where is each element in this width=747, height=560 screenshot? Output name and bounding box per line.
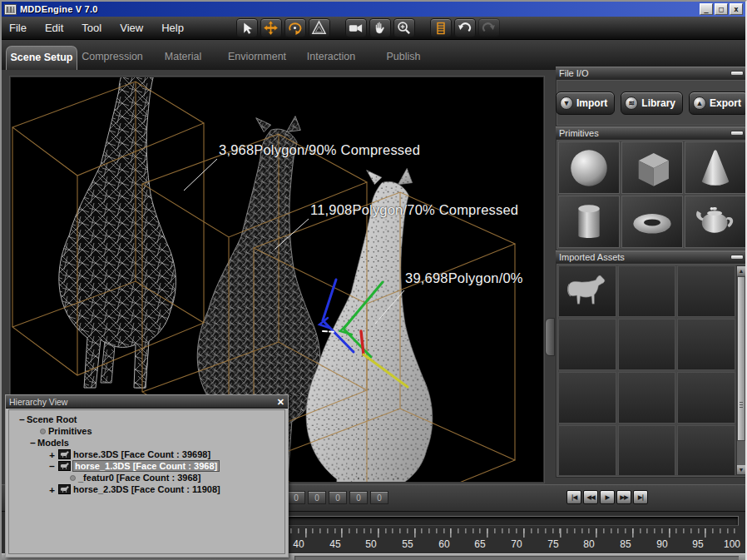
rotate-tool-button[interactable]: [284, 18, 306, 37]
collapse-primitives-button[interactable]: [730, 131, 744, 136]
asset-empty-cell[interactable]: [558, 319, 616, 370]
rewind-button[interactable]: ◀◀: [583, 490, 598, 504]
tree-node-scene-root[interactable]: − Scene Root: [11, 414, 283, 425]
expand-glyph[interactable]: +: [47, 449, 57, 460]
hierarchy-title: Hierarchy View: [9, 397, 67, 407]
tab-interaction[interactable]: Interaction: [299, 46, 363, 70]
maximize-button[interactable]: □: [715, 3, 728, 15]
asset-empty-cell[interactable]: [558, 425, 616, 475]
frame-value-box: 0: [329, 491, 347, 504]
asset-empty-cell[interactable]: [677, 372, 735, 424]
play-button[interactable]: ▶: [600, 490, 615, 504]
asset-empty-cell[interactable]: [677, 265, 735, 317]
scale-tool-button[interactable]: [309, 18, 330, 37]
select-tool-button[interactable]: [236, 18, 258, 37]
tree-label: Models: [37, 438, 69, 448]
tree-node-horse-1-3ds[interactable]: − horse_1.3DS [Face Count : 3968]: [11, 460, 283, 472]
asset-empty-cell[interactable]: [618, 425, 676, 475]
tab-publish[interactable]: Publish: [376, 46, 431, 70]
asset-empty-cell[interactable]: [558, 372, 616, 424]
tab-material[interactable]: Material: [156, 46, 210, 70]
go-to-end-button[interactable]: ▶|: [633, 490, 648, 504]
cylinder-icon: [564, 198, 614, 246]
frame-value-box: 0: [370, 491, 388, 504]
zoom-tool-button[interactable]: [393, 18, 415, 37]
horse-model-90-compressed[interactable]: [59, 77, 176, 388]
tree-label: _featur0 [Face Count : 3968]: [78, 473, 200, 483]
primitive-cube[interactable]: [621, 141, 683, 194]
zoom-magnifier-icon: [396, 20, 412, 36]
collapse-file-io-button[interactable]: [730, 71, 744, 76]
minimize-button[interactable]: _: [700, 3, 713, 15]
primitive-cone[interactable]: [685, 141, 746, 194]
collapse-imported-assets-button[interactable]: [730, 255, 744, 260]
scrollbar-thumb[interactable]: [737, 276, 745, 441]
primitive-sphere[interactable]: [558, 141, 620, 194]
primitive-cylinder[interactable]: [558, 196, 620, 248]
primitive-teapot[interactable]: [685, 196, 746, 248]
timeline-label: 60: [438, 538, 449, 550]
primitive-torus[interactable]: [621, 196, 683, 248]
timeline-label: 55: [402, 538, 413, 550]
frame-value-box: 0: [287, 491, 305, 504]
timeline-label: 70: [511, 538, 522, 550]
timeline-label: 75: [547, 538, 558, 550]
menu-view[interactable]: View: [111, 22, 152, 34]
tab-environment[interactable]: Enviornment: [223, 46, 291, 70]
tab-scene-setup[interactable]: Scene Setup: [6, 46, 77, 70]
undo-button[interactable]: [454, 18, 476, 37]
go-to-start-button[interactable]: |◀: [566, 490, 581, 504]
tree-node-models[interactable]: − Models: [11, 437, 283, 448]
import-button[interactable]: ▼ Import: [556, 92, 615, 115]
close-button[interactable]: x: [730, 3, 743, 15]
tree-label: Primitives: [48, 426, 92, 436]
asset-empty-cell[interactable]: [618, 319, 676, 370]
redo-button[interactable]: [478, 18, 500, 37]
status-field: [294, 556, 739, 560]
asset-empty-cell[interactable]: [677, 425, 735, 475]
export-button[interactable]: ▲ Export: [689, 92, 747, 115]
fast-forward-button[interactable]: ▶▶: [616, 490, 631, 504]
pan-tool-button[interactable]: [369, 18, 391, 37]
menu-help[interactable]: Help: [152, 22, 193, 34]
menu-tool[interactable]: Tool: [72, 22, 111, 34]
collapse-glyph[interactable]: −: [47, 461, 57, 472]
tree-node-horse-3ds[interactable]: + horse.3DS [Face Count : 39698]: [11, 448, 283, 460]
camera-tool-button[interactable]: [345, 18, 367, 37]
library-button[interactable]: ≋ Library: [621, 92, 683, 115]
timeline-label: 45: [329, 538, 340, 550]
assets-scrollbar[interactable]: ▲ ▼: [736, 265, 746, 475]
hierarchy-close-icon[interactable]: ✕: [277, 398, 284, 407]
collapse-glyph[interactable]: −: [17, 414, 27, 425]
torus-icon: [627, 198, 677, 246]
expand-glyph[interactable]: +: [47, 484, 57, 495]
tree-node-horse-2-3ds[interactable]: + horse_2.3DS [Face Count : 11908]: [11, 483, 283, 495]
scroll-down-icon[interactable]: ▼: [737, 465, 745, 474]
tree-node-primitives[interactable]: Primitives: [11, 425, 283, 437]
scroll-up-icon[interactable]: ▲: [737, 266, 745, 275]
horse-node-thumbnail-icon: [58, 461, 71, 471]
tab-compression[interactable]: Compression: [82, 46, 143, 70]
hierarchy-view-window[interactable]: Hierarchy View ✕ − Scene Root Primitives…: [5, 394, 289, 558]
menu-file[interactable]: File: [2, 22, 36, 34]
splitter-grip[interactable]: [545, 318, 555, 356]
select-cursor-icon: [240, 21, 255, 36]
asset-empty-cell[interactable]: [677, 319, 735, 370]
asset-empty-cell[interactable]: [618, 372, 676, 424]
primitives-title: Primitives: [559, 128, 599, 138]
horse-node-thumbnail-icon: [58, 449, 71, 459]
tree-node-featur0[interactable]: _featur0 [Face Count : 3968]: [11, 472, 283, 483]
collapse-glyph[interactable]: −: [28, 438, 37, 448]
timeline-label: 90: [656, 538, 667, 550]
timeline-label: 40: [293, 538, 304, 550]
hierarchy-title-bar[interactable]: Hierarchy View ✕: [6, 395, 288, 409]
asset-horse-thumbnail[interactable]: [558, 265, 616, 317]
timeline-label: 85: [620, 538, 631, 550]
window-title: MDDEngine V 7.0: [20, 4, 97, 14]
primitives-grid: [556, 139, 747, 250]
asset-empty-cell[interactable]: [618, 265, 676, 317]
timeline-list-button[interactable]: [430, 18, 452, 37]
move-tool-button[interactable]: [260, 18, 282, 37]
frame-value-box: 0: [349, 491, 368, 504]
menu-edit[interactable]: Edit: [36, 22, 72, 34]
